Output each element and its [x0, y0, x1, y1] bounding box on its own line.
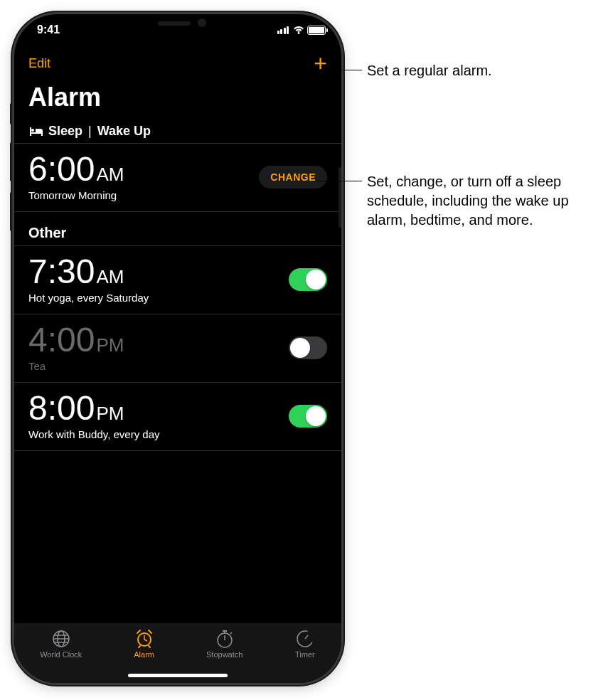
callout-line	[311, 181, 362, 181]
side-button-volume-up	[10, 142, 14, 181]
sleep-divider: |	[88, 124, 92, 139]
side-button-silent	[10, 103, 14, 124]
alarm-info: 8:00 PM Work with Buddy, every day	[28, 391, 160, 440]
alarm-info: 7:30 AM Hot yoga, every Saturday	[28, 255, 149, 304]
other-section-header: Other	[14, 212, 341, 246]
timer-icon	[294, 629, 316, 649]
sleep-alarm-time-value: 6:00	[28, 152, 95, 186]
page-title: Alarm	[14, 77, 341, 118]
sleep-alarm-info: 6:00 AM Tomorrow Morning	[28, 152, 124, 201]
cellular-signal-icon	[277, 26, 289, 34]
alarm-toggle[interactable]	[289, 268, 327, 291]
alarm-clock-icon	[134, 629, 155, 649]
tab-label: World Clock	[40, 650, 82, 659]
globe-icon	[50, 629, 72, 649]
alarm-time-value: 8:00	[28, 391, 95, 425]
tab-label: Timer	[295, 650, 315, 659]
alarm-time-value: 4:00	[28, 323, 95, 357]
svg-line-10	[149, 646, 150, 647]
alarm-time-value: 7:30	[28, 255, 95, 289]
alarm-ampm: AM	[96, 267, 124, 286]
svg-line-9	[139, 646, 140, 647]
add-alarm-button[interactable]: +	[314, 52, 327, 75]
alarm-toggle[interactable]	[289, 336, 327, 359]
wifi-icon	[293, 26, 304, 34]
alarm-time: 4:00 PM	[28, 323, 124, 357]
sleep-alarm-subtitle: Tomorrow Morning	[28, 189, 124, 201]
other-alarm-row-0: 7:30 AM Hot yoga, every Saturday	[14, 246, 341, 314]
side-button-volume-down	[10, 192, 14, 231]
alarm-label: Hot yoga, every Saturday	[28, 292, 149, 304]
alarm-label: Tea	[28, 360, 124, 372]
tab-timer[interactable]: Timer	[294, 629, 316, 659]
other-alarm-row-2: 8:00 PM Work with Buddy, every day	[14, 383, 341, 451]
alarm-time: 8:00 PM	[28, 391, 160, 425]
stopwatch-icon	[214, 629, 235, 649]
tab-bar: World Clock Alarm Stopwatch Timer	[14, 623, 341, 683]
bed-icon	[28, 126, 44, 137]
callout-change-schedule: Set, change, or turn off a sleep schedul…	[367, 172, 609, 230]
svg-line-17	[305, 635, 308, 639]
sleep-label: Sleep	[48, 124, 82, 139]
change-button[interactable]: CHANGE	[259, 166, 327, 189]
other-alarm-row-1: 4:00 PM Tea	[14, 314, 341, 383]
edit-button[interactable]: Edit	[28, 56, 50, 71]
phone-frame: 9:41 Edit + Alarm Sleep | Wake Up 6:00	[14, 14, 341, 683]
notch	[107, 14, 249, 37]
sleep-alarm-ampm: AM	[96, 165, 124, 184]
alarm-time: 7:30 AM	[28, 255, 149, 289]
tab-stopwatch[interactable]: Stopwatch	[206, 629, 242, 659]
sleep-alarm-time: 6:00 AM	[28, 152, 124, 186]
alarm-label: Work with Buddy, every day	[28, 428, 160, 440]
tab-world-clock[interactable]: World Clock	[40, 629, 82, 659]
status-time: 9:41	[30, 23, 60, 36]
sleep-alarm-row: 6:00 AM Tomorrow Morning CHANGE	[14, 144, 341, 212]
side-button-power	[339, 167, 341, 228]
alarm-info: 4:00 PM Tea	[28, 323, 124, 372]
wakeup-label: Wake Up	[97, 124, 151, 139]
alarm-ampm: PM	[96, 336, 124, 354]
callout-add-alarm: Set a regular alarm.	[367, 61, 492, 80]
navbar: Edit +	[14, 46, 341, 77]
svg-line-15	[230, 632, 232, 634]
tab-label: Alarm	[134, 650, 154, 659]
status-icons	[277, 26, 326, 35]
sleep-section-header: Sleep | Wake Up	[14, 118, 341, 144]
tab-label: Stopwatch	[206, 650, 242, 659]
alarm-ampm: PM	[96, 404, 124, 423]
alarm-toggle[interactable]	[289, 405, 327, 428]
home-indicator[interactable]	[128, 674, 228, 677]
battery-icon	[307, 26, 326, 35]
callout-line	[316, 70, 362, 70]
tab-alarm[interactable]: Alarm	[134, 629, 155, 659]
